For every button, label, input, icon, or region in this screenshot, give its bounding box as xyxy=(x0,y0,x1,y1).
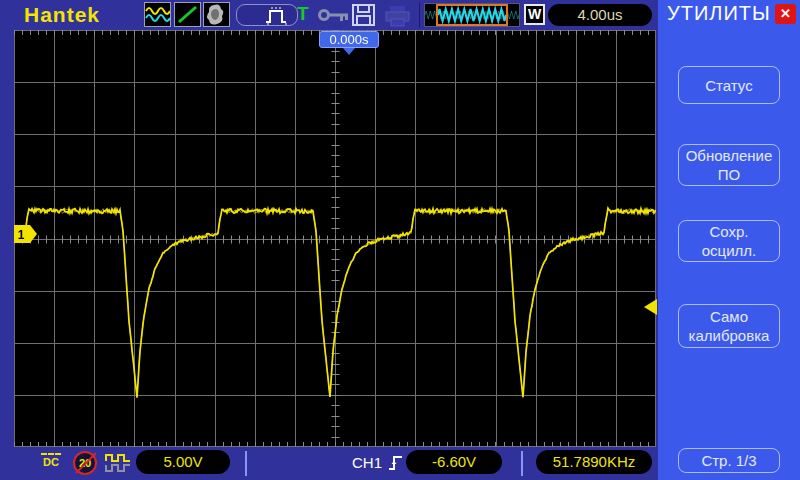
statusbar-divider xyxy=(245,451,247,476)
key-lock-icon xyxy=(318,8,350,23)
preview-zoom-window[interactable] xyxy=(436,4,508,26)
trigger-level-marker[interactable] xyxy=(644,299,657,315)
toolbar-divider xyxy=(419,2,420,28)
window-mode-indicator: W xyxy=(524,4,545,25)
dc-dash-glyph xyxy=(41,453,61,455)
frequency-readout: 51.7890KHz xyxy=(536,450,652,474)
utility-menu: УТИЛИТЫ ✕ Статус Обновление ПО Сохр. осц… xyxy=(658,0,800,480)
brand-logo: Hantek xyxy=(24,3,100,27)
trigger-indicator: T xyxy=(297,3,309,25)
graticule-and-waveform xyxy=(14,30,656,447)
coupling-dc-icon: DC xyxy=(38,453,64,468)
volts-per-div-readout: 5.00V xyxy=(136,450,230,474)
scope-display: 0.000s 1 xyxy=(14,30,656,447)
squarewave-icon xyxy=(105,453,133,473)
print-icon xyxy=(384,5,412,27)
top-toolbar: Hantek T xyxy=(0,0,658,30)
oscilloscope-screen: { "topbar": { "brand": "Hantek", "t_indi… xyxy=(0,0,800,480)
statusbar-divider xyxy=(521,451,523,476)
bandwidth-limit-slash xyxy=(74,452,96,474)
softkey-page[interactable]: Стр. 1/3 xyxy=(678,448,780,473)
trigger-position-tag[interactable]: 0.000s xyxy=(319,31,379,48)
menu-title: УТИЛИТЫ xyxy=(667,2,771,25)
trigger-position-pointer xyxy=(343,48,355,55)
pulse-trigger-icon xyxy=(264,5,292,26)
softkey-save-scope[interactable]: Сохр. осцилл. xyxy=(678,220,780,262)
softkey-status[interactable]: Статус xyxy=(678,66,780,104)
svg-text:1: 1 xyxy=(18,228,25,242)
channel1-marker[interactable]: 1 xyxy=(2,225,38,243)
softkey-firmware-update[interactable]: Обновление ПО xyxy=(678,144,780,186)
status-bar: DC 20 5.00V CH1 -6.60V 51.7890KHz xyxy=(0,447,658,480)
channel-waves-icon xyxy=(144,2,171,27)
line-tool-icon xyxy=(174,2,201,27)
save-floppy-icon xyxy=(352,4,376,27)
waveform-preview xyxy=(424,3,520,27)
timebase-readout: 4.00us xyxy=(548,4,652,26)
softkey-self-calibration[interactable]: Само калибровка xyxy=(678,304,780,348)
thumbnail-icon xyxy=(203,2,230,27)
close-menu-button[interactable]: ✕ xyxy=(775,4,796,24)
rising-edge-icon xyxy=(388,453,404,472)
trigger-level-readout: -6.60V xyxy=(406,450,502,474)
trigger-source-label: CH1 xyxy=(352,454,382,471)
